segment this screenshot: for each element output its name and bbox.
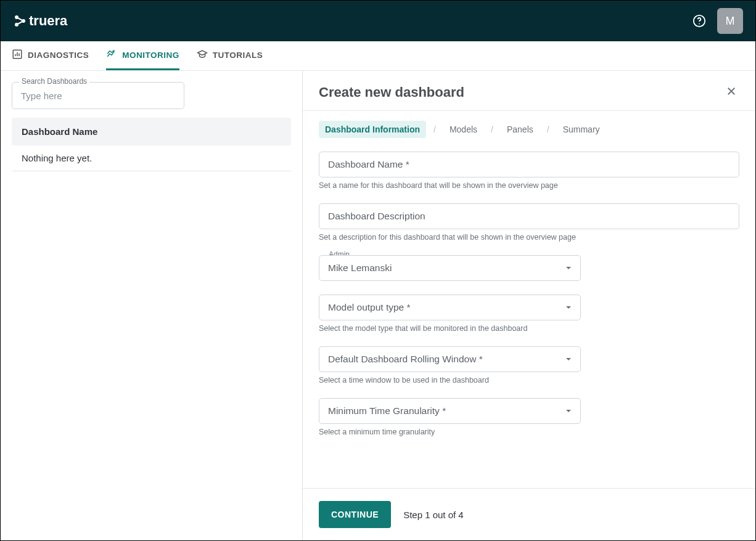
app-frame: truera M DIAGNOSTICS bbox=[0, 0, 756, 541]
tab-label: TUTORIALS bbox=[213, 51, 263, 60]
graduation-icon bbox=[197, 49, 208, 62]
tab-diagnostics[interactable]: DIAGNOSTICS bbox=[12, 41, 89, 70]
wizard-steps: Dashboard Information / Models / Panels … bbox=[319, 121, 739, 138]
step-models[interactable]: Models bbox=[443, 121, 483, 138]
panel-title: Create new dashboard bbox=[319, 84, 464, 100]
bar-chart-icon bbox=[12, 49, 23, 62]
crumb-separator: / bbox=[433, 124, 436, 134]
trend-icon bbox=[106, 49, 117, 62]
dashboard-name-input[interactable]: Dashboard Name * bbox=[319, 152, 739, 177]
svg-point-4 bbox=[699, 23, 700, 25]
field-dashboard-description: Dashboard Description Set a description … bbox=[319, 203, 739, 242]
user-avatar[interactable]: M bbox=[717, 8, 743, 34]
min-granularity-select[interactable]: Minimum Time Granularity * bbox=[319, 398, 581, 424]
step-dashboard-information[interactable]: Dashboard Information bbox=[319, 121, 426, 138]
chevron-down-icon bbox=[565, 262, 572, 274]
model-output-select[interactable]: Model output type * bbox=[319, 295, 581, 320]
admin-select[interactable]: Mike Lemanski bbox=[319, 255, 581, 281]
avatar-initial: M bbox=[726, 15, 735, 28]
list-empty-row: Nothing here yet. bbox=[12, 145, 291, 171]
tab-label: MONITORING bbox=[122, 51, 179, 60]
top-bar: truera M bbox=[1, 1, 755, 41]
main-nav: DIAGNOSTICS MONITORING TUTORIALS bbox=[1, 41, 755, 71]
field-min-granularity: Minimum Time Granularity * Select a mini… bbox=[319, 398, 581, 436]
admin-value: Mike Lemanski bbox=[328, 262, 392, 274]
step-indicator: Step 1 out of 4 bbox=[403, 510, 464, 520]
logo-text: truera bbox=[29, 13, 68, 28]
helper-text: Select a minimum time granularity bbox=[319, 428, 581, 436]
field-admin: Admin Mike Lemanski bbox=[319, 255, 581, 281]
step-panels[interactable]: Panels bbox=[501, 121, 540, 138]
top-bar-right: M bbox=[692, 8, 743, 34]
rolling-window-select[interactable]: Default Dashboard Rolling Window * bbox=[319, 346, 581, 372]
close-icon bbox=[726, 88, 737, 99]
chevron-down-icon bbox=[565, 405, 572, 417]
close-button[interactable] bbox=[723, 83, 739, 102]
chevron-down-icon bbox=[565, 302, 572, 313]
main-area: Search Dashboards Dashboard Name Nothing… bbox=[1, 71, 755, 540]
create-dashboard-panel: Create new dashboard Dashboard Informati… bbox=[303, 71, 755, 540]
helper-text: Set a name for this dashboard that will … bbox=[319, 181, 739, 190]
search-input[interactable] bbox=[12, 82, 184, 109]
chevron-down-icon bbox=[565, 354, 572, 365]
field-dashboard-name: Dashboard Name * Set a name for this das… bbox=[319, 152, 739, 190]
panel-body: Dashboard Information / Models / Panels … bbox=[303, 111, 755, 488]
dashboard-list-sidebar: Search Dashboards Dashboard Name Nothing… bbox=[1, 71, 303, 540]
field-model-output-type: Model output type * Select the model typ… bbox=[319, 295, 581, 333]
select-placeholder: Minimum Time Granularity * bbox=[328, 405, 446, 417]
panel-header: Create new dashboard bbox=[303, 71, 755, 111]
tab-tutorials[interactable]: TUTORIALS bbox=[197, 41, 263, 70]
panel-footer: CONTINUE Step 1 out of 4 bbox=[303, 488, 755, 540]
field-rolling-window: Default Dashboard Rolling Window * Selec… bbox=[319, 346, 581, 384]
helper-text: Select a time window to be used in the d… bbox=[319, 376, 581, 384]
dashboard-list: Dashboard Name Nothing here yet. bbox=[12, 118, 291, 171]
select-placeholder: Model output type * bbox=[328, 302, 411, 313]
crumb-separator: / bbox=[547, 124, 549, 134]
input-placeholder: Dashboard Description bbox=[328, 211, 425, 222]
search-label: Search Dashboards bbox=[19, 77, 89, 86]
tab-monitoring[interactable]: MONITORING bbox=[106, 41, 179, 70]
helper-text: Set a description for this dashboard tha… bbox=[319, 233, 739, 242]
logo[interactable]: truera bbox=[13, 12, 81, 30]
help-icon[interactable] bbox=[692, 14, 706, 28]
helper-text: Select the model type that will be monit… bbox=[319, 324, 581, 333]
continue-button[interactable]: CONTINUE bbox=[319, 501, 391, 528]
step-summary[interactable]: Summary bbox=[557, 121, 606, 138]
tab-label: DIAGNOSTICS bbox=[28, 51, 89, 60]
list-header: Dashboard Name bbox=[12, 118, 291, 145]
input-placeholder: Dashboard Name * bbox=[328, 159, 409, 170]
crumb-separator: / bbox=[491, 124, 493, 134]
select-placeholder: Default Dashboard Rolling Window * bbox=[328, 354, 483, 365]
dashboard-description-input[interactable]: Dashboard Description bbox=[319, 203, 739, 229]
search-wrap: Search Dashboards bbox=[12, 82, 291, 109]
